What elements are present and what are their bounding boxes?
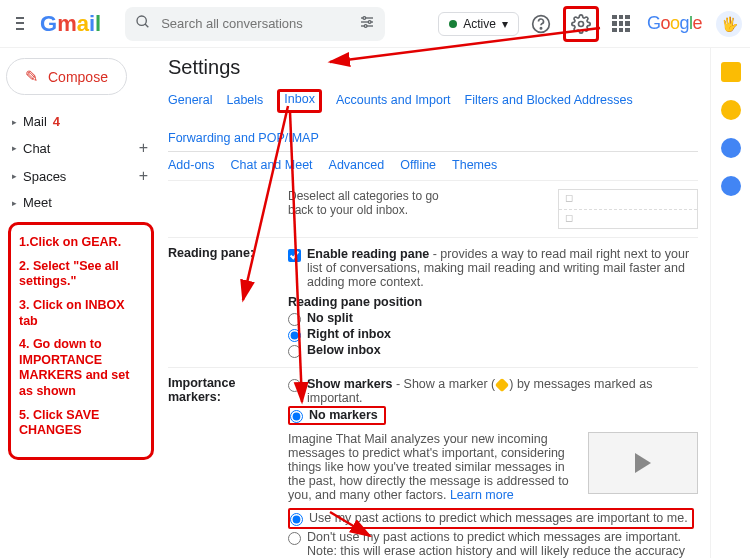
annotation-instructions: 1.Click on GEAR. 2. Select "See all sett… <box>8 222 154 460</box>
main-menu-icon[interactable] <box>8 12 32 36</box>
search-bar[interactable] <box>125 7 385 41</box>
radio-use-past-actions[interactable] <box>290 513 303 526</box>
help-icon[interactable] <box>527 10 555 38</box>
compose-label: Compose <box>48 69 108 85</box>
tab-addons[interactable]: Add-ons <box>168 158 215 172</box>
annotation-gear-highlight <box>563 6 599 42</box>
search-input[interactable] <box>161 16 359 31</box>
mail-count-badge: 4 <box>53 114 60 129</box>
tab-inbox[interactable]: Inbox <box>284 88 315 112</box>
importance-marker-icon <box>495 378 509 392</box>
calendar-icon[interactable] <box>721 62 741 82</box>
chevron-down-icon: ▾ <box>502 17 508 31</box>
radio-right-of-inbox[interactable] <box>288 329 301 342</box>
learn-more-link[interactable]: Learn more <box>450 488 514 502</box>
settings-title: Settings <box>168 56 698 79</box>
svg-point-0 <box>137 16 146 25</box>
importance-markers-row: Importance markers: Show markers - Show … <box>168 367 698 558</box>
status-chip[interactable]: Active ▾ <box>438 12 519 36</box>
search-options-icon[interactable] <box>359 14 375 33</box>
tab-themes[interactable]: Themes <box>452 158 497 172</box>
pencil-icon: ✎ <box>25 67 38 86</box>
tab-labels[interactable]: Labels <box>226 89 263 113</box>
plus-icon[interactable]: + <box>139 139 148 157</box>
radio-below-inbox[interactable] <box>288 345 301 358</box>
svg-point-6 <box>369 21 372 24</box>
tab-forwarding[interactable]: Forwarding and POP/IMAP <box>168 127 319 151</box>
tab-filters[interactable]: Filters and Blocked Addresses <box>465 89 633 113</box>
categories-preview: ◻◻ <box>558 189 698 229</box>
account-avatar[interactable]: 🖐️ <box>716 11 742 37</box>
reading-pane-label: Reading pane: <box>168 246 288 359</box>
explainer-video-thumb[interactable] <box>588 432 698 494</box>
tab-general[interactable]: General <box>168 89 212 113</box>
settings-tabs: General Labels Inbox Accounts and Import… <box>168 89 698 152</box>
play-icon <box>635 453 651 473</box>
google-apps-icon[interactable] <box>607 10 635 38</box>
gmail-logo[interactable]: Gmail <box>40 11 101 37</box>
compose-button[interactable]: ✎ Compose <box>6 58 127 95</box>
categories-hint: Deselect all categories to go back to yo… <box>288 189 458 217</box>
settings-content: Settings General Labels Inbox Accounts a… <box>160 48 710 558</box>
nav-meet[interactable]: ▸Meet <box>6 190 154 215</box>
svg-line-1 <box>145 24 148 27</box>
contacts-icon[interactable] <box>721 176 741 196</box>
svg-point-5 <box>363 17 366 20</box>
plus-icon[interactable]: + <box>139 167 148 185</box>
app-header: Gmail Active ▾ Google 🖐️ <box>0 0 750 48</box>
tab-accounts[interactable]: Accounts and Import <box>336 89 451 113</box>
caret-icon: ▸ <box>12 117 17 127</box>
tab-chat-meet[interactable]: Chat and Meet <box>231 158 313 172</box>
tab-offline[interactable]: Offline <box>400 158 436 172</box>
radio-no-markers[interactable] <box>290 410 303 423</box>
reading-pane-position-head: Reading pane position <box>288 295 698 309</box>
radio-dont-use-past-actions[interactable] <box>288 532 301 545</box>
google-logo: Google <box>647 13 702 34</box>
nav-spaces[interactable]: ▸Spaces+ <box>6 162 154 190</box>
status-dot-icon <box>449 20 457 28</box>
tab-advanced[interactable]: Advanced <box>329 158 385 172</box>
settings-gear-icon[interactable] <box>567 10 595 38</box>
radio-no-split[interactable] <box>288 313 301 326</box>
caret-icon: ▸ <box>12 171 17 181</box>
svg-point-7 <box>365 25 368 28</box>
keep-icon[interactable] <box>721 100 741 120</box>
annotation-inbox-highlight: Inbox <box>277 89 322 113</box>
caret-icon: ▸ <box>12 198 17 208</box>
annotation-no-markers-highlight: No markers <box>288 406 386 425</box>
caret-icon: ▸ <box>12 143 17 153</box>
svg-point-9 <box>540 27 541 28</box>
side-panel <box>710 48 750 558</box>
enable-reading-pane-checkbox[interactable] <box>288 249 301 262</box>
annotation-use-past-highlight: Use my past actions to predict which mes… <box>288 508 694 529</box>
svg-point-10 <box>578 21 583 26</box>
radio-show-markers[interactable] <box>288 379 301 392</box>
status-label: Active <box>463 17 496 31</box>
reading-pane-row: Reading pane: Enable reading pane - prov… <box>168 237 698 367</box>
nav-chat[interactable]: ▸Chat+ <box>6 134 154 162</box>
search-icon <box>135 14 151 33</box>
settings-tabs-row2: Add-ons Chat and Meet Advanced Offline T… <box>168 152 698 180</box>
importance-markers-label: Importance markers: <box>168 376 288 558</box>
tasks-icon[interactable] <box>721 138 741 158</box>
categories-row: Deselect all categories to go back to yo… <box>168 180 698 237</box>
nav-mail[interactable]: ▸Mail4 <box>6 109 154 134</box>
